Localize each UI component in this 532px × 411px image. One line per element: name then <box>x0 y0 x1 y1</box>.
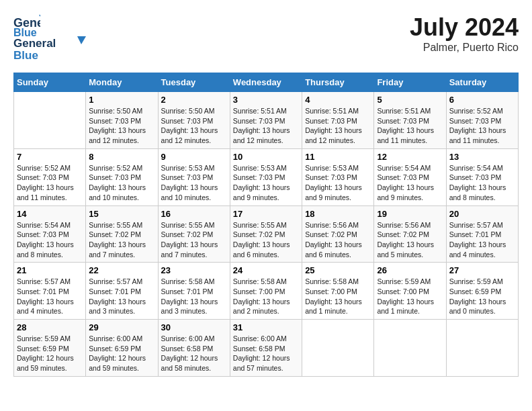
cell-info: Sunrise: 5:51 AM Sunset: 7:03 PM Dayligh… <box>233 106 299 146</box>
calendar-cell: 13 Sunrise: 5:54 AM Sunset: 7:03 PM Dayl… <box>446 148 518 205</box>
day-number: 1 <box>89 95 154 105</box>
calendar-cell: 16 Sunrise: 5:55 AM Sunset: 7:02 PM Dayl… <box>158 205 230 263</box>
day-number: 9 <box>161 152 227 162</box>
day-number: 13 <box>449 152 515 162</box>
cell-info: Sunrise: 5:54 AM Sunset: 7:03 PM Dayligh… <box>449 163 515 203</box>
day-number: 8 <box>89 152 154 162</box>
calendar-cell: 14 Sunrise: 5:54 AM Sunset: 7:03 PM Dayl… <box>14 205 86 263</box>
cell-info: Sunrise: 5:50 AM Sunset: 7:03 PM Dayligh… <box>161 106 227 146</box>
day-number: 11 <box>305 152 371 162</box>
calendar-table: Sunday Monday Tuesday Wednesday Thursday… <box>13 73 519 377</box>
cell-info: Sunrise: 5:54 AM Sunset: 7:03 PM Dayligh… <box>377 163 443 203</box>
col-friday: Friday <box>374 73 446 92</box>
day-number: 27 <box>449 265 515 275</box>
day-number: 23 <box>161 265 227 275</box>
calendar-cell <box>446 320 518 377</box>
day-number: 31 <box>233 322 299 332</box>
location-title: Palmer, Puerto Rico <box>410 42 519 54</box>
day-number: 24 <box>233 265 299 275</box>
col-tuesday: Tuesday <box>158 73 230 92</box>
week-row-3: 14 Sunrise: 5:54 AM Sunset: 7:03 PM Dayl… <box>14 205 519 263</box>
day-number: 5 <box>377 95 443 105</box>
svg-text:Blue: Blue <box>13 49 38 62</box>
cell-info: Sunrise: 5:52 AM Sunset: 7:03 PM Dayligh… <box>449 106 515 146</box>
col-saturday: Saturday <box>446 73 518 92</box>
calendar-cell <box>14 92 86 149</box>
cell-info: Sunrise: 5:53 AM Sunset: 7:03 PM Dayligh… <box>305 163 371 203</box>
header: General Blue General Blue July 2024 Palm… <box>13 13 519 66</box>
calendar-cell: 3 Sunrise: 5:51 AM Sunset: 7:03 PM Dayli… <box>230 92 302 149</box>
col-sunday: Sunday <box>14 73 86 92</box>
calendar-cell: 21 Sunrise: 5:57 AM Sunset: 7:01 PM Dayl… <box>14 263 86 320</box>
cell-info: Sunrise: 5:52 AM Sunset: 7:03 PM Dayligh… <box>17 163 83 203</box>
day-number: 6 <box>449 95 515 105</box>
svg-text:General: General <box>13 37 56 50</box>
cell-info: Sunrise: 5:59 AM Sunset: 6:59 PM Dayligh… <box>449 277 515 316</box>
cell-info: Sunrise: 5:56 AM Sunset: 7:02 PM Dayligh… <box>305 220 371 260</box>
day-number: 10 <box>233 152 299 162</box>
calendar-cell: 31 Sunrise: 6:00 AM Sunset: 6:58 PM Dayl… <box>230 320 302 377</box>
cell-info: Sunrise: 5:55 AM Sunset: 7:02 PM Dayligh… <box>233 220 299 260</box>
day-number: 25 <box>305 265 371 275</box>
calendar-cell: 2 Sunrise: 5:50 AM Sunset: 7:03 PM Dayli… <box>158 92 230 149</box>
cell-info: Sunrise: 5:56 AM Sunset: 7:02 PM Dayligh… <box>377 220 443 260</box>
day-number: 15 <box>89 209 154 219</box>
calendar-cell <box>374 320 446 377</box>
calendar-cell: 17 Sunrise: 5:55 AM Sunset: 7:02 PM Dayl… <box>230 205 302 263</box>
cell-info: Sunrise: 6:00 AM Sunset: 6:59 PM Dayligh… <box>89 334 154 373</box>
day-number: 16 <box>161 209 227 219</box>
col-monday: Monday <box>86 73 158 92</box>
logo-svg: General Blue <box>13 35 87 63</box>
week-row-5: 28 Sunrise: 5:59 AM Sunset: 6:59 PM Dayl… <box>14 320 519 377</box>
cell-info: Sunrise: 5:58 AM Sunset: 7:01 PM Dayligh… <box>161 277 227 316</box>
calendar-cell: 24 Sunrise: 5:58 AM Sunset: 7:00 PM Dayl… <box>230 263 302 320</box>
day-number: 7 <box>17 152 83 162</box>
calendar-cell: 20 Sunrise: 5:57 AM Sunset: 7:01 PM Dayl… <box>446 205 518 263</box>
day-number: 29 <box>89 322 154 332</box>
calendar-cell: 27 Sunrise: 5:59 AM Sunset: 6:59 PM Dayl… <box>446 263 518 320</box>
day-number: 28 <box>17 322 83 332</box>
cell-info: Sunrise: 5:57 AM Sunset: 7:01 PM Dayligh… <box>449 220 515 260</box>
cell-info: Sunrise: 5:53 AM Sunset: 7:03 PM Dayligh… <box>233 163 299 203</box>
week-row-4: 21 Sunrise: 5:57 AM Sunset: 7:01 PM Dayl… <box>14 263 519 320</box>
day-number: 26 <box>377 265 443 275</box>
calendar-cell: 29 Sunrise: 6:00 AM Sunset: 6:59 PM Dayl… <box>86 320 158 377</box>
calendar-cell: 11 Sunrise: 5:53 AM Sunset: 7:03 PM Dayl… <box>302 148 374 205</box>
title-area: July 2024 Palmer, Puerto Rico <box>410 13 519 54</box>
calendar-cell: 10 Sunrise: 5:53 AM Sunset: 7:03 PM Dayl… <box>230 148 302 205</box>
day-number: 22 <box>89 265 154 275</box>
day-number: 12 <box>377 152 443 162</box>
day-number: 19 <box>377 209 443 219</box>
week-row-2: 7 Sunrise: 5:52 AM Sunset: 7:03 PM Dayli… <box>14 148 519 205</box>
calendar-cell: 19 Sunrise: 5:56 AM Sunset: 7:02 PM Dayl… <box>374 205 446 263</box>
calendar-cell: 8 Sunrise: 5:52 AM Sunset: 7:03 PM Dayli… <box>86 148 158 205</box>
week-row-1: 1 Sunrise: 5:50 AM Sunset: 7:03 PM Dayli… <box>14 92 519 149</box>
day-number: 21 <box>17 265 83 275</box>
svg-marker-4 <box>77 36 86 44</box>
calendar-cell: 15 Sunrise: 5:55 AM Sunset: 7:02 PM Dayl… <box>86 205 158 263</box>
day-number: 30 <box>161 322 227 332</box>
calendar-cell: 22 Sunrise: 5:57 AM Sunset: 7:01 PM Dayl… <box>86 263 158 320</box>
header-row: Sunday Monday Tuesday Wednesday Thursday… <box>14 73 519 92</box>
day-number: 4 <box>305 95 371 105</box>
cell-info: Sunrise: 6:00 AM Sunset: 6:58 PM Dayligh… <box>161 334 227 373</box>
calendar-cell: 26 Sunrise: 5:59 AM Sunset: 7:00 PM Dayl… <box>374 263 446 320</box>
cell-info: Sunrise: 5:51 AM Sunset: 7:03 PM Dayligh… <box>377 106 443 146</box>
col-thursday: Thursday <box>302 73 374 92</box>
month-title: July 2024 <box>410 13 519 42</box>
col-wednesday: Wednesday <box>230 73 302 92</box>
calendar-cell: 4 Sunrise: 5:51 AM Sunset: 7:03 PM Dayli… <box>302 92 374 149</box>
calendar-cell: 18 Sunrise: 5:56 AM Sunset: 7:02 PM Dayl… <box>302 205 374 263</box>
calendar-cell <box>302 320 374 377</box>
calendar-cell: 30 Sunrise: 6:00 AM Sunset: 6:58 PM Dayl… <box>158 320 230 377</box>
cell-info: Sunrise: 5:55 AM Sunset: 7:02 PM Dayligh… <box>161 220 227 260</box>
calendar-cell: 23 Sunrise: 5:58 AM Sunset: 7:01 PM Dayl… <box>158 263 230 320</box>
cell-info: Sunrise: 5:59 AM Sunset: 6:59 PM Dayligh… <box>17 334 83 373</box>
logo-icon: General Blue <box>13 13 40 38</box>
day-number: 18 <box>305 209 371 219</box>
cell-info: Sunrise: 5:55 AM Sunset: 7:02 PM Dayligh… <box>89 220 154 260</box>
day-number: 3 <box>233 95 299 105</box>
cell-info: Sunrise: 6:00 AM Sunset: 6:58 PM Dayligh… <box>233 334 299 373</box>
cell-info: Sunrise: 5:58 AM Sunset: 7:00 PM Dayligh… <box>233 277 299 316</box>
day-number: 20 <box>449 209 515 219</box>
